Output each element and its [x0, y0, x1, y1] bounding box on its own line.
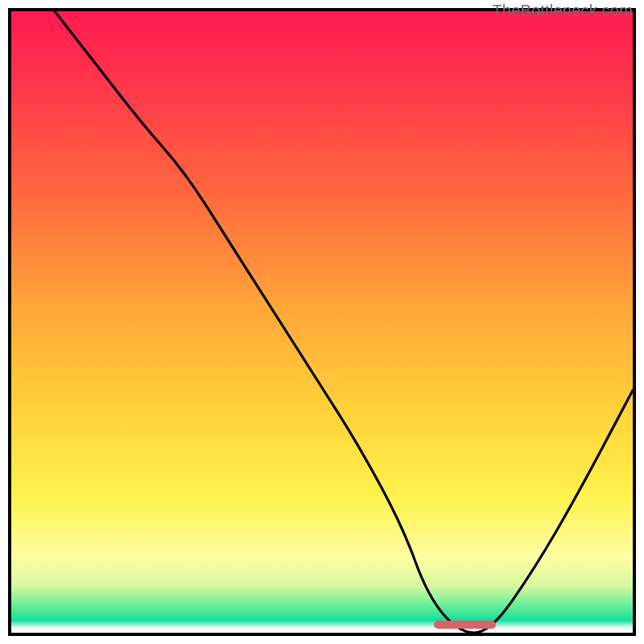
plot-area — [8, 8, 636, 636]
bottleneck-curve — [11, 11, 633, 633]
chart-stage: TheBottleneck.com — [0, 0, 644, 644]
optimal-range-marker — [434, 621, 496, 629]
watermark-text: TheBottleneck.com — [492, 2, 633, 20]
